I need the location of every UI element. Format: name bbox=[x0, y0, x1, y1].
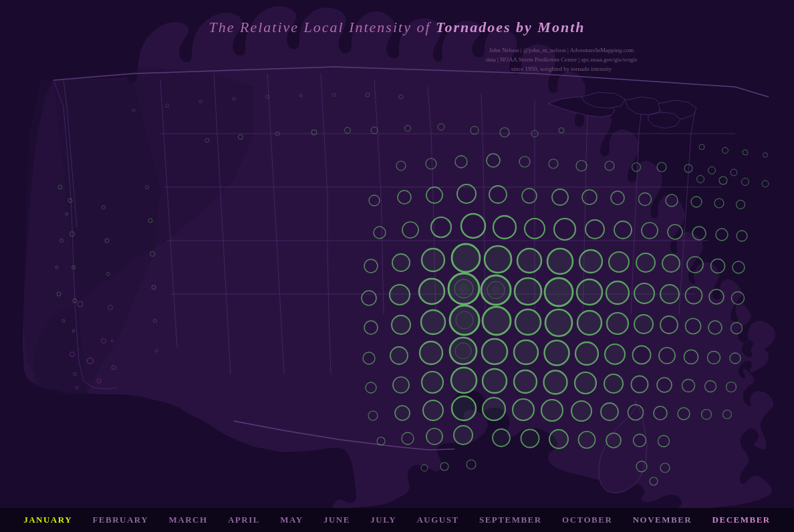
month-label-august: AUGUST bbox=[416, 515, 458, 525]
svg-point-104 bbox=[390, 285, 410, 305]
svg-text:since 1950, weighted by tornad: since 1950, weighted by tornado intensit… bbox=[511, 65, 612, 72]
month-label-may: MAY bbox=[280, 515, 303, 525]
svg-point-161 bbox=[423, 400, 443, 420]
svg-point-125 bbox=[607, 313, 628, 334]
month-bar: JANUARY FEBRUARY MARCH APRIL MAY JUNE JU… bbox=[0, 508, 794, 532]
svg-point-164 bbox=[513, 399, 534, 420]
svg-point-193 bbox=[426, 428, 442, 444]
svg-point-166 bbox=[571, 401, 591, 421]
svg-point-119 bbox=[421, 310, 445, 334]
svg-point-95 bbox=[547, 249, 573, 274]
svg-point-151 bbox=[544, 371, 567, 394]
svg-point-139 bbox=[605, 344, 625, 364]
svg-point-137 bbox=[545, 341, 569, 366]
svg-point-148 bbox=[451, 368, 477, 393]
svg-point-149 bbox=[483, 369, 507, 393]
svg-point-122 bbox=[515, 309, 541, 335]
svg-point-118 bbox=[392, 315, 410, 334]
svg-point-146 bbox=[393, 377, 409, 393]
svg-point-202 bbox=[456, 311, 473, 329]
month-label-december: DECEMBER bbox=[712, 515, 771, 525]
month-label-january: JANUARY bbox=[23, 515, 72, 525]
svg-point-126 bbox=[634, 315, 653, 334]
svg-point-96 bbox=[579, 250, 602, 273]
svg-point-108 bbox=[515, 278, 541, 305]
month-label-november: NOVEMBER bbox=[633, 515, 692, 525]
svg-point-110 bbox=[577, 279, 602, 305]
svg-point-150 bbox=[514, 370, 537, 393]
svg-point-123 bbox=[545, 309, 572, 336]
svg-point-99 bbox=[662, 255, 680, 272]
svg-point-98 bbox=[636, 253, 655, 272]
svg-point-92 bbox=[452, 244, 480, 272]
month-label-february: FEBRUARY bbox=[92, 515, 148, 525]
svg-point-175 bbox=[549, 430, 568, 448]
svg-point-163 bbox=[483, 398, 505, 420]
svg-point-112 bbox=[634, 283, 654, 303]
svg-point-90 bbox=[392, 254, 410, 271]
svg-point-176 bbox=[579, 432, 596, 448]
svg-point-167 bbox=[601, 403, 618, 420]
svg-point-111 bbox=[606, 281, 629, 304]
svg-point-138 bbox=[575, 342, 598, 365]
svg-point-152 bbox=[575, 372, 596, 394]
svg-point-165 bbox=[541, 400, 563, 421]
month-label-october: OCTOBER bbox=[562, 515, 612, 525]
svg-text:John Nelson | @john_m_nelson |: John Nelson | @john_m_nelson | Adventure… bbox=[489, 47, 634, 53]
month-label-march: MARCH bbox=[169, 515, 208, 525]
svg-point-97 bbox=[609, 252, 629, 272]
svg-point-177 bbox=[606, 433, 621, 448]
svg-point-109 bbox=[545, 278, 573, 306]
svg-point-174 bbox=[521, 430, 539, 448]
svg-point-135 bbox=[482, 339, 507, 364]
svg-point-132 bbox=[390, 347, 408, 364]
svg-point-105 bbox=[419, 279, 444, 304]
month-label-june: JUNE bbox=[323, 515, 350, 525]
svg-point-113 bbox=[660, 285, 679, 303]
svg-point-91 bbox=[422, 249, 444, 271]
svg-point-121 bbox=[483, 307, 511, 335]
svg-point-160 bbox=[395, 406, 410, 420]
svg-point-94 bbox=[517, 249, 541, 273]
svg-point-153 bbox=[604, 374, 623, 393]
svg-point-133 bbox=[420, 342, 442, 364]
svg-text:data | NOAA Storm Prediction C: data | NOAA Storm Prediction Center | sp… bbox=[486, 56, 638, 63]
month-label-july: JULY bbox=[370, 515, 396, 525]
svg-point-201 bbox=[491, 285, 501, 295]
month-label-april: APRIL bbox=[228, 515, 260, 525]
svg-point-173 bbox=[493, 429, 510, 446]
svg-point-93 bbox=[485, 246, 511, 273]
month-label-september: SEPTEMBER bbox=[479, 515, 542, 525]
svg-point-136 bbox=[514, 340, 538, 364]
svg-point-124 bbox=[577, 311, 602, 335]
svg-point-147 bbox=[422, 372, 443, 393]
map-container: The Relative Local Intensity of Tornadoe… bbox=[0, 0, 794, 508]
svg-point-194 bbox=[454, 426, 473, 444]
svg-point-203 bbox=[455, 343, 471, 359]
svg-point-199 bbox=[458, 283, 469, 294]
svg-point-162 bbox=[452, 396, 476, 420]
svg-text:The Relative Local Intensity o: The Relative Local Intensity of Tornadoe… bbox=[209, 19, 585, 35]
